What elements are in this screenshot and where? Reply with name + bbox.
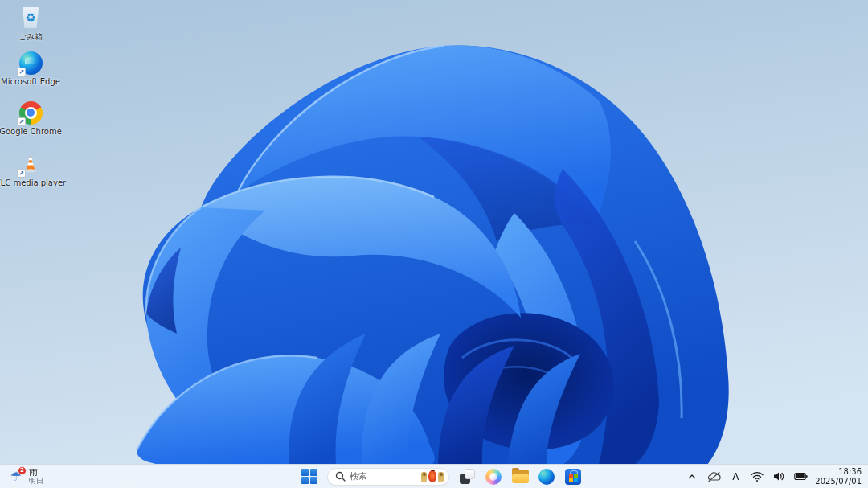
battery-icon: [794, 472, 808, 481]
folder-icon: [512, 470, 529, 483]
ime-mode-indicator[interactable]: A: [728, 470, 743, 484]
battery-status[interactable]: [793, 470, 808, 484]
ime-mode-letter: A: [732, 471, 739, 482]
shortcut-arrow-icon: ↗: [17, 117, 26, 126]
desktop-icon-vlc[interactable]: ↗ VLC media player: [2, 151, 59, 187]
weather-condition: 雨: [29, 468, 43, 477]
lantern-icon: [428, 470, 436, 482]
vlc-icon: ↗: [18, 151, 43, 177]
desktop-icon-label: Microsoft Edge: [1, 77, 60, 86]
microsoft-store-button[interactable]: [564, 468, 582, 486]
desktop-icon-chrome[interactable]: ↗ Google Chrome: [2, 100, 59, 136]
recycle-bin-icon: ♻: [18, 5, 43, 31]
desktop-icon-label: Google Chrome: [0, 127, 62, 136]
edge-taskbar-button[interactable]: [538, 468, 555, 486]
chevron-up-icon: [687, 472, 697, 482]
wifi-icon: [751, 471, 764, 482]
shortcut-arrow-icon: ↗: [17, 68, 26, 76]
edge-icon: ↗: [18, 50, 43, 76]
task-view-button[interactable]: [458, 468, 476, 486]
start-button[interactable]: [301, 468, 318, 486]
desktop-icon-edge[interactable]: ↗ Microsoft Edge: [2, 50, 59, 86]
task-view-icon: [460, 469, 475, 484]
search-input[interactable]: [350, 471, 409, 482]
clock-time: 18:36: [815, 467, 862, 477]
desktop-icon-label: VLC media player: [0, 178, 66, 187]
onedrive-cloud-slash-icon: [707, 471, 721, 482]
shortcut-arrow-icon: ↗: [17, 169, 26, 178]
search-icon: [335, 471, 346, 482]
edge-icon: [538, 469, 555, 485]
clock-date: 2025/07/01: [815, 477, 862, 486]
chrome-icon: ↗: [18, 100, 43, 125]
store-icon: [565, 469, 581, 485]
windows-logo-icon: [301, 469, 317, 485]
clock[interactable]: 18:36 2025/07/01: [815, 467, 865, 486]
speaker-icon: [773, 471, 785, 482]
wifi-status[interactable]: [750, 470, 764, 484]
volume-status[interactable]: [772, 470, 786, 484]
hidden-icons-chevron[interactable]: [685, 470, 699, 484]
copilot-icon: [485, 469, 502, 485]
weather-widget[interactable]: ☂ 2 雨 明日: [8, 465, 43, 488]
weather-day: 明日: [29, 477, 43, 485]
file-explorer-button[interactable]: [511, 468, 529, 486]
taskbar: ☂ 2 雨 明日: [0, 464, 868, 488]
desktop-icon-recycle-bin[interactable]: ♻ ごみ箱: [2, 5, 59, 41]
desktop-icon-label: ごみ箱: [18, 32, 43, 41]
onedrive-status[interactable]: [706, 470, 721, 484]
wallpaper-bloom: [0, 0, 868, 488]
search-highlights-image[interactable]: [421, 470, 444, 482]
copilot-button[interactable]: [485, 468, 502, 486]
doll-icon: [421, 472, 427, 482]
doll-icon: [438, 472, 444, 482]
weather-badge: 2: [18, 466, 27, 475]
search-box[interactable]: [327, 468, 449, 486]
